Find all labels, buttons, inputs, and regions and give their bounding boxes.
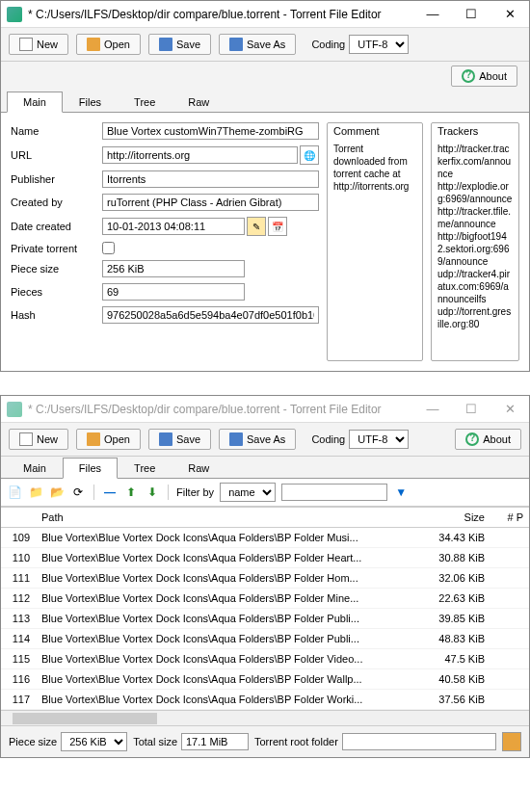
root-browse-icon[interactable]: [502, 732, 521, 751]
table-row[interactable]: 110Blue Vortex\Blue Vortex Dock Icons\Aq…: [1, 548, 529, 568]
tab-tree[interactable]: Tree: [118, 458, 172, 479]
reload-icon[interactable]: ⟳: [70, 485, 86, 500]
horizontal-scrollbar[interactable]: [1, 710, 529, 725]
open-icon: [87, 38, 100, 51]
save-icon: [159, 432, 172, 446]
date-pick-icon[interactable]: 📅: [268, 217, 287, 236]
comment-label: Comment: [328, 123, 422, 139]
move-up-icon[interactable]: ⬆: [123, 485, 139, 500]
row-size: 39.85 KiB: [413, 609, 490, 628]
row-size: 22.63 KiB: [413, 589, 490, 608]
status-totalsize: [181, 733, 249, 750]
hash-input[interactable]: [102, 306, 319, 324]
table-row[interactable]: 113Blue Vortex\Blue Vortex Dock Icons\Aq…: [1, 609, 529, 629]
row-path: Blue Vortex\Blue Vortex Dock Icons\Aqua …: [36, 669, 413, 689]
minimize-button[interactable]: —: [413, 1, 452, 28]
pieces-input[interactable]: [102, 283, 245, 301]
save-button[interactable]: Save: [148, 429, 211, 450]
date-clear-icon[interactable]: ✎: [247, 217, 266, 236]
createdby-label: Created by: [11, 196, 102, 208]
row-path: Blue Vortex\Blue Vortex Dock Icons\Aqua …: [36, 629, 413, 648]
saveas-icon: [229, 432, 243, 446]
private-checkbox[interactable]: [102, 242, 115, 254]
tab-tree[interactable]: Tree: [118, 92, 172, 113]
tab-files[interactable]: Files: [63, 458, 118, 479]
row-number: 109: [1, 528, 36, 547]
table-row[interactable]: 116Blue Vortex\Blue Vortex Dock Icons\Aq…: [1, 669, 529, 690]
row-number: 111: [1, 568, 36, 588]
date-input[interactable]: [102, 218, 245, 235]
saveas-button[interactable]: Save As: [219, 34, 296, 55]
new-button[interactable]: New: [9, 429, 68, 450]
row-path: Blue Vortex\Blue Vortex Dock Icons\Aqua …: [36, 548, 413, 567]
save-button[interactable]: Save: [148, 34, 211, 55]
table-row[interactable]: 109Blue Vortex\Blue Vortex Dock Icons\Aq…: [1, 528, 529, 548]
comment-textarea[interactable]: Torrent downloaded from torrent cache at…: [328, 139, 422, 222]
app-icon: [7, 7, 22, 22]
add-file-icon[interactable]: 📄: [7, 485, 22, 500]
table-row[interactable]: 117Blue Vortex\Blue Vortex Dock Icons\Aq…: [1, 690, 529, 710]
encoding-select[interactable]: UTF-8: [349, 35, 409, 54]
about-button[interactable]: About: [451, 65, 517, 87]
col-pieces[interactable]: # P: [490, 508, 529, 527]
table-row[interactable]: 111Blue Vortex\Blue Vortex Dock Icons\Aq…: [1, 568, 529, 589]
tab-main[interactable]: Main: [7, 458, 63, 479]
table-row[interactable]: 115Blue Vortex\Blue Vortex Dock Icons\Aq…: [1, 649, 529, 669]
filter-field-select[interactable]: name: [220, 483, 276, 502]
remove-icon[interactable]: —: [102, 485, 118, 500]
row-size: 37.56 KiB: [413, 690, 490, 709]
pieces-label: Pieces: [11, 286, 102, 298]
col-size[interactable]: Size: [413, 508, 490, 527]
tabs: Main Files Tree Raw: [1, 91, 529, 113]
open-folder-icon[interactable]: 📂: [49, 485, 65, 500]
row-number: 117: [1, 690, 36, 709]
maximize-button[interactable]: ☐: [452, 396, 490, 423]
status-piecesize-select[interactable]: 256 KiB: [61, 732, 127, 751]
row-number: 115: [1, 649, 36, 668]
minimize-button[interactable]: —: [413, 396, 452, 423]
tab-files[interactable]: Files: [63, 92, 118, 113]
statusbar: Piece size256 KiB Total size Torrent roo…: [1, 725, 529, 757]
row-number: 110: [1, 548, 36, 567]
url-input[interactable]: [102, 146, 298, 164]
toolbar: New Open Save Save As Coding UTF-8: [1, 28, 529, 62]
trackers-list[interactable]: http://tracker.trackerfix.com/announce h…: [432, 139, 518, 360]
filter-input[interactable]: [281, 484, 387, 501]
name-input[interactable]: [102, 122, 319, 140]
table-row[interactable]: 114Blue Vortex\Blue Vortex Dock Icons\Aq…: [1, 629, 529, 649]
row-size: 47.5 KiB: [413, 649, 490, 668]
close-button[interactable]: ✕: [490, 1, 529, 28]
open-button[interactable]: Open: [76, 34, 141, 55]
window-title: * C:/Users/ILFS/Desktop/dir compare/blue…: [28, 403, 413, 416]
table-header: Path Size # P: [1, 507, 529, 528]
coding-group: Coding UTF-8: [311, 35, 409, 54]
open-button[interactable]: Open: [76, 429, 141, 450]
status-root-input[interactable]: [342, 733, 496, 750]
table-row[interactable]: 112Blue Vortex\Blue Vortex Dock Icons\Aq…: [1, 589, 529, 609]
col-path[interactable]: Path: [36, 508, 413, 527]
filter-apply-icon[interactable]: ▼: [393, 485, 409, 500]
row-size: 34.43 KiB: [413, 528, 490, 547]
files-table: Path Size # P 109Blue Vortex\Blue Vortex…: [1, 507, 529, 725]
row-path: Blue Vortex\Blue Vortex Dock Icons\Aqua …: [36, 609, 413, 628]
open-icon: [87, 432, 100, 446]
encoding-select[interactable]: UTF-8: [349, 430, 409, 449]
piecesize-input[interactable]: [102, 260, 245, 277]
url-browse-icon[interactable]: 🌐: [300, 145, 319, 165]
move-down-icon[interactable]: ⬇: [145, 485, 160, 500]
tab-raw[interactable]: Raw: [172, 458, 225, 479]
new-button[interactable]: New: [9, 34, 68, 55]
tab-main[interactable]: Main: [7, 92, 63, 113]
saveas-button[interactable]: Save As: [219, 429, 296, 450]
close-button[interactable]: ✕: [490, 396, 529, 423]
about-row: About: [1, 62, 529, 91]
publisher-input[interactable]: [102, 170, 319, 188]
about-button[interactable]: About: [455, 429, 521, 450]
add-folder-icon[interactable]: 📁: [28, 485, 43, 500]
createdby-input[interactable]: [102, 194, 319, 211]
maximize-button[interactable]: ☐: [452, 1, 490, 28]
row-number: 113: [1, 609, 36, 628]
tabs: Main Files Tree Raw: [1, 457, 529, 479]
row-path: Blue Vortex\Blue Vortex Dock Icons\Aqua …: [36, 649, 413, 668]
tab-raw[interactable]: Raw: [172, 92, 225, 113]
